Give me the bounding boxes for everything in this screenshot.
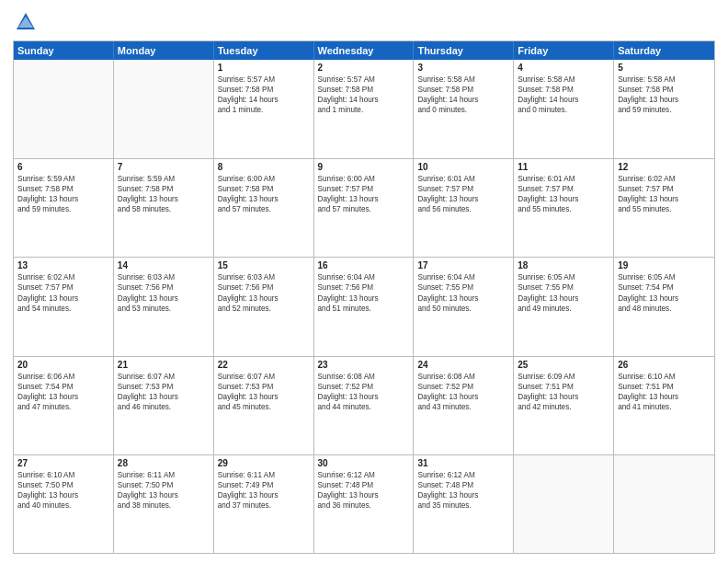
calendar-cell: 22Sunrise: 6:07 AMSunset: 7:53 PMDayligh… [214, 357, 314, 454]
day-number: 2 [318, 63, 410, 73]
cell-info-line: Sunrise: 6:00 AM [318, 174, 410, 184]
cell-info-line: and 50 minutes. [417, 304, 509, 314]
cell-info-line: Sunset: 7:55 PM [417, 282, 509, 293]
day-number: 20 [17, 360, 109, 370]
cell-info-line: Daylight: 13 hours [318, 490, 410, 500]
day-number: 8 [218, 162, 310, 172]
cell-info-line: Daylight: 13 hours [417, 490, 509, 500]
cell-info-line: Daylight: 13 hours [218, 293, 310, 304]
cell-info-line: Daylight: 13 hours [417, 194, 509, 204]
calendar-cell: 6Sunrise: 5:59 AMSunset: 7:58 PMDaylight… [14, 159, 114, 257]
cell-info-line: Daylight: 13 hours [118, 490, 210, 500]
day-number: 7 [118, 162, 210, 172]
calendar-cell: 13Sunrise: 6:02 AMSunset: 7:57 PMDayligh… [14, 258, 114, 355]
cell-info-line: Sunset: 7:52 PM [417, 382, 509, 392]
cell-info-line: and 36 minutes. [318, 500, 410, 511]
cell-info-line: Daylight: 13 hours [417, 392, 509, 402]
day-number: 5 [618, 63, 711, 73]
logo [13, 9, 42, 35]
cell-info-line: Sunset: 7:56 PM [118, 282, 210, 293]
calendar-cell: 21Sunrise: 6:07 AMSunset: 7:53 PMDayligh… [114, 357, 214, 454]
calendar-cell [614, 455, 714, 553]
calendar-cell: 3Sunrise: 5:58 AMSunset: 7:58 PMDaylight… [414, 60, 514, 158]
cell-info-line: and 57 minutes. [218, 204, 310, 214]
day-number: 18 [518, 260, 609, 270]
cell-info-line: Sunrise: 6:12 AM [417, 470, 509, 480]
cell-info-line: Sunrise: 5:59 AM [17, 174, 109, 184]
cell-info-line: Sunset: 7:57 PM [417, 184, 509, 194]
cell-info-line: and 0 minutes. [417, 105, 509, 115]
day-number: 26 [618, 360, 711, 370]
cell-info-line: Sunrise: 6:08 AM [318, 372, 410, 382]
day-number: 28 [118, 458, 210, 468]
calendar-week-3: 13Sunrise: 6:02 AMSunset: 7:57 PMDayligh… [14, 257, 714, 355]
cell-info-line: Sunrise: 6:07 AM [218, 372, 310, 382]
cell-info-line: Daylight: 13 hours [17, 392, 109, 402]
cell-info-line: and 42 minutes. [518, 402, 609, 412]
cell-info-line: Sunset: 7:56 PM [318, 282, 410, 293]
cell-info-line: Sunset: 7:57 PM [318, 184, 410, 194]
day-header-wednesday: Wednesday [314, 41, 415, 60]
calendar: SundayMondayTuesdayWednesdayThursdayFrid… [13, 40, 715, 554]
cell-info-line: Daylight: 13 hours [618, 194, 711, 204]
calendar-cell: 31Sunrise: 6:12 AMSunset: 7:48 PMDayligh… [414, 455, 514, 553]
cell-info-line: Daylight: 13 hours [318, 194, 410, 204]
calendar-cell: 18Sunrise: 6:05 AMSunset: 7:55 PMDayligh… [514, 258, 614, 355]
cell-info-line: Sunset: 7:49 PM [218, 480, 310, 490]
cell-info-line: Sunrise: 6:05 AM [518, 272, 609, 282]
cell-info-line: and 57 minutes. [318, 204, 410, 214]
calendar-cell: 1Sunrise: 5:57 AMSunset: 7:58 PMDaylight… [214, 60, 314, 158]
cell-info-line: Sunset: 7:56 PM [218, 282, 310, 293]
cell-info-line: Sunset: 7:57 PM [518, 184, 609, 194]
calendar-cell: 16Sunrise: 6:04 AMSunset: 7:56 PMDayligh… [314, 258, 415, 355]
cell-info-line: Sunrise: 6:01 AM [417, 174, 509, 184]
cell-info-line: Sunrise: 6:05 AM [618, 272, 711, 282]
cell-info-line: Daylight: 13 hours [618, 392, 711, 402]
calendar-cell [14, 60, 114, 158]
calendar-cell: 10Sunrise: 6:01 AMSunset: 7:57 PMDayligh… [414, 159, 514, 257]
cell-info-line: Sunset: 7:48 PM [318, 480, 410, 490]
calendar-cell: 2Sunrise: 5:57 AMSunset: 7:58 PMDaylight… [314, 60, 415, 158]
cell-info-line: Sunrise: 6:09 AM [518, 372, 609, 382]
calendar-cell: 8Sunrise: 6:00 AMSunset: 7:58 PMDaylight… [214, 159, 314, 257]
calendar-cell: 15Sunrise: 6:03 AMSunset: 7:56 PMDayligh… [214, 258, 314, 355]
cell-info-line: and 59 minutes. [618, 105, 711, 115]
cell-info-line: and 47 minutes. [17, 402, 109, 412]
day-number: 3 [417, 63, 509, 73]
cell-info-line: Sunset: 7:58 PM [518, 85, 609, 95]
calendar-week-5: 27Sunrise: 6:10 AMSunset: 7:50 PMDayligh… [14, 454, 714, 553]
cell-info-line: Sunset: 7:54 PM [618, 282, 711, 293]
day-header-thursday: Thursday [414, 41, 514, 60]
calendar-cell: 25Sunrise: 6:09 AMSunset: 7:51 PMDayligh… [514, 357, 614, 454]
day-number: 29 [218, 458, 310, 468]
day-number: 19 [618, 260, 711, 270]
cell-info-line: Sunset: 7:57 PM [618, 184, 711, 194]
calendar-cell: 7Sunrise: 5:59 AMSunset: 7:58 PMDaylight… [114, 159, 214, 257]
cell-info-line: Daylight: 13 hours [17, 293, 109, 304]
calendar-cell: 4Sunrise: 5:58 AMSunset: 7:58 PMDaylight… [514, 60, 614, 158]
cell-info-line: and 58 minutes. [118, 204, 210, 214]
calendar-cell: 17Sunrise: 6:04 AMSunset: 7:55 PMDayligh… [414, 258, 514, 355]
cell-info-line: Sunrise: 6:06 AM [17, 372, 109, 382]
cell-info-line: Daylight: 13 hours [17, 194, 109, 204]
cell-info-line: and 41 minutes. [618, 402, 711, 412]
cell-info-line: Daylight: 13 hours [618, 293, 711, 304]
cell-info-line: and 52 minutes. [218, 304, 310, 314]
cell-info-line: Daylight: 13 hours [218, 392, 310, 402]
cell-info-line: Sunset: 7:50 PM [118, 480, 210, 490]
cell-info-line: Daylight: 14 hours [417, 95, 509, 105]
calendar-cell: 20Sunrise: 6:06 AMSunset: 7:54 PMDayligh… [14, 357, 114, 454]
cell-info-line: Sunset: 7:58 PM [118, 184, 210, 194]
cell-info-line: and 40 minutes. [17, 500, 109, 511]
cell-info-line: Sunset: 7:58 PM [318, 85, 410, 95]
calendar-cell: 11Sunrise: 6:01 AMSunset: 7:57 PMDayligh… [514, 159, 614, 257]
cell-info-line: and 51 minutes. [318, 304, 410, 314]
cell-info-line: and 43 minutes. [417, 402, 509, 412]
cell-info-line: Sunrise: 6:02 AM [17, 272, 109, 282]
cell-info-line: Sunset: 7:52 PM [318, 382, 410, 392]
calendar-cell: 29Sunrise: 6:11 AMSunset: 7:49 PMDayligh… [214, 455, 314, 553]
cell-info-line: Daylight: 13 hours [618, 95, 711, 105]
cell-info-line: Daylight: 13 hours [118, 293, 210, 304]
cell-info-line: Sunrise: 6:10 AM [17, 470, 109, 480]
calendar-week-4: 20Sunrise: 6:06 AMSunset: 7:54 PMDayligh… [14, 356, 714, 454]
